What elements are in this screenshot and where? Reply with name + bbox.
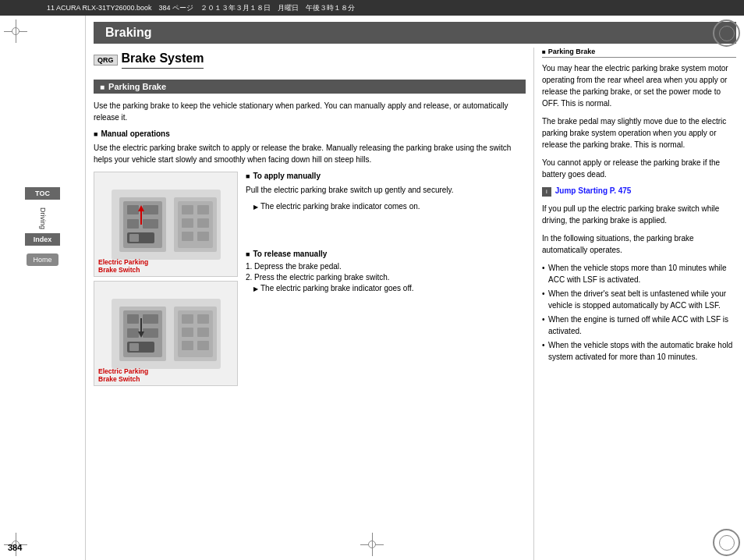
link-icon: i — [542, 187, 551, 197]
crosshair-top-left — [4, 19, 27, 43]
svg-rect-15 — [182, 218, 193, 228]
bullet-item: When the vehicle stops more than 10 minu… — [542, 262, 736, 285]
bottom-right-circle-inner — [719, 535, 735, 551]
release-title: To release manually — [246, 250, 526, 258]
home-button[interactable]: Home — [27, 253, 58, 266]
bottom-right-circle — [713, 529, 740, 556]
bullet-item: When the vehicle stops with the automati… — [542, 339, 736, 363]
svg-rect-37 — [197, 341, 209, 350]
parking-brake-header: Parking Brake — [94, 80, 526, 94]
images-column: Electric Parking Brake Switch — [94, 172, 238, 386]
top-right-circle — [713, 19, 740, 47]
left-sidebar: TOC Driving Index Home 384 — [0, 16, 86, 560]
right-para5: In the following situations, the parking… — [542, 232, 736, 256]
page-number: 384 — [8, 543, 22, 552]
svg-rect-4 — [127, 205, 139, 214]
index-button[interactable]: Index — [25, 233, 60, 246]
right-para1: You may hear the electric parking brake … — [542, 62, 736, 109]
manual-ops-title: Manual operations — [94, 129, 526, 138]
images-and-text: Electric Parking Brake Switch — [94, 172, 526, 386]
image1-label: Electric Parking Brake Switch — [98, 258, 148, 274]
sidebar-navigation: TOC Driving Index Home — [25, 187, 60, 266]
bullet-item: When the driver's seat belt is unfastene… — [542, 288, 736, 311]
svg-rect-35 — [197, 328, 209, 337]
top-left-decoration — [4, 19, 27, 43]
bottom-right-decoration — [713, 529, 740, 556]
top-right-decoration — [713, 19, 740, 47]
svg-rect-36 — [182, 341, 193, 350]
instructions-column: To apply manually Pull the electric park… — [246, 172, 526, 386]
right-para4: If you pull up the electric parking brak… — [542, 203, 736, 226]
right-para3: You cannot apply or release the parking … — [542, 157, 736, 180]
right-panel: Parking Brake You may hear the electric … — [533, 48, 736, 560]
top-bar-text: 11 ACURA RLX-31TY26000.book 384 ページ ２０１３… — [47, 3, 355, 13]
svg-rect-25 — [127, 328, 139, 338]
bottom-center-decoration — [360, 533, 384, 556]
apply-text: Pull the electric parking brake switch u… — [246, 184, 526, 196]
svg-rect-14 — [197, 205, 209, 214]
svg-rect-18 — [197, 232, 209, 241]
apply-indicator: The electric parking brake indicator com… — [253, 202, 526, 211]
right-section-title: Parking Brake — [542, 48, 736, 58]
left-content: QRG Brake System Parking Brake Use the p… — [94, 48, 533, 560]
main-content: Braking QRG Brake System Parking Brake U… — [86, 16, 744, 560]
content-area: QRG Brake System Parking Brake Use the p… — [86, 48, 744, 560]
release-image: Electric Parking Brake Switch — [94, 281, 238, 386]
auto-operate-bullets: When the vehicle stops more than 10 minu… — [542, 262, 736, 363]
jump-starting-link-container: i Jump Starting P. 475 — [542, 186, 736, 197]
brake-system-title: Brake System — [122, 51, 204, 69]
intro-text: Use the parking brake to keep the vehicl… — [94, 100, 526, 123]
top-bar: 11 ACURA RLX-31TY26000.book 384 ページ ２０１３… — [0, 0, 744, 16]
jump-starting-link[interactable]: Jump Starting P. 475 — [555, 186, 632, 195]
svg-rect-6 — [127, 219, 139, 229]
apply-title: To apply manually — [246, 172, 526, 180]
svg-rect-9 — [129, 234, 139, 242]
right-para2: The brake pedal may slightly move due to… — [542, 115, 736, 151]
toc-button[interactable]: TOC — [25, 187, 60, 200]
release-step2: 2. Press the electric parking brake swit… — [246, 273, 526, 282]
svg-rect-13 — [182, 205, 193, 214]
manual-ops-text: Use the electric parking brake switch to… — [94, 142, 526, 165]
svg-rect-7 — [143, 219, 158, 229]
svg-rect-28 — [129, 343, 139, 351]
svg-rect-5 — [143, 205, 158, 214]
svg-rect-34 — [182, 328, 193, 337]
top-right-circle-inner — [719, 26, 735, 41]
svg-rect-32 — [182, 314, 193, 324]
section-header: Braking — [94, 22, 736, 44]
image2-label: Electric Parking Brake Switch — [98, 367, 148, 383]
crosshair-bottom-center — [360, 533, 384, 556]
svg-rect-24 — [143, 314, 158, 324]
release-step1: 1. Depress the brake pedal. — [246, 262, 526, 271]
apply-image: Electric Parking Brake Switch — [94, 172, 238, 277]
svg-rect-26 — [143, 328, 158, 338]
release-indicator: The electric parking brake indicator goe… — [253, 284, 526, 292]
svg-rect-17 — [182, 232, 193, 241]
svg-rect-23 — [127, 314, 139, 324]
svg-rect-16 — [197, 218, 209, 228]
qrg-badge: QRG — [94, 55, 118, 66]
svg-rect-33 — [197, 314, 209, 324]
driving-label: Driving — [39, 207, 47, 229]
bullet-item: When the engine is turned off while ACC … — [542, 314, 736, 337]
